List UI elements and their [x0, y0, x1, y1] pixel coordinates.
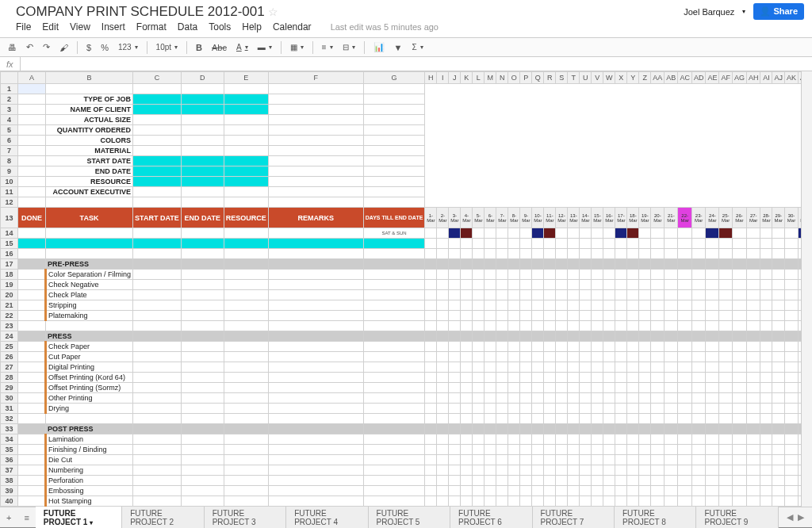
redo-icon[interactable]: ↷ [40, 40, 53, 54]
col-header[interactable]: B [46, 72, 133, 84]
insert-chart-icon[interactable]: 📊 [370, 40, 388, 54]
col-header[interactable]: S [556, 72, 568, 84]
row-header[interactable]: 32 [1, 414, 18, 424]
col-header[interactable]: AJ [772, 72, 785, 84]
menu-calendar[interactable]: Calendar [273, 21, 312, 33]
col-header[interactable]: P [520, 72, 532, 84]
row-header[interactable]: 15 [1, 239, 18, 249]
row-header[interactable]: 10 [1, 177, 18, 187]
sheet-tab[interactable]: FUTURE PROJECT 5 [369, 506, 450, 529]
col-header[interactable]: E [224, 72, 268, 84]
col-header[interactable]: AK [784, 72, 798, 84]
star-icon[interactable]: ☆ [268, 6, 278, 18]
menu-file[interactable]: File [16, 21, 31, 33]
sheet-tab[interactable]: FUTURE PROJECT 8 [615, 506, 696, 529]
col-header[interactable]: L [473, 72, 485, 84]
menu-view[interactable]: View [70, 21, 90, 33]
row-header[interactable]: 2 [1, 94, 18, 105]
share-button[interactable]: Share [753, 3, 804, 20]
col-header[interactable]: N [496, 72, 508, 84]
wrap-button[interactable]: ⊟ [339, 42, 358, 52]
col-header[interactable]: AE [706, 72, 719, 84]
row-header[interactable]: 8 [1, 156, 18, 166]
row-header[interactable]: 4 [1, 115, 18, 125]
document-title[interactable]: COMPANY PRINT SCHEDULE 2012-001☆ [16, 4, 278, 20]
paint-format-icon[interactable]: 🖌 [56, 41, 71, 54]
col-header[interactable]: G [363, 72, 425, 84]
col-header[interactable]: AG [732, 72, 746, 84]
print-icon[interactable]: 🖶 [5, 41, 20, 54]
menu-data[interactable]: Data [178, 21, 197, 33]
col-header[interactable]: AH [746, 72, 760, 84]
col-header[interactable]: Y [627, 72, 639, 84]
menu-insert[interactable]: Insert [102, 21, 125, 33]
row-header[interactable]: 3 [1, 105, 18, 115]
row-header[interactable]: 6 [1, 136, 18, 146]
col-header[interactable]: V [592, 72, 603, 84]
sheet-tab[interactable]: FUTURE PROJECT 1 [36, 506, 122, 529]
menu-format[interactable]: Format [136, 21, 167, 33]
col-header[interactable]: X [615, 72, 627, 84]
row-header[interactable]: 7 [1, 146, 18, 156]
row-header[interactable]: 11 [1, 187, 18, 197]
col-header[interactable]: M [485, 72, 496, 84]
row-header[interactable]: 9 [1, 166, 18, 177]
menu-help[interactable]: Help [242, 21, 262, 33]
sheet-tab[interactable]: FUTURE PROJECT 2 [122, 506, 204, 529]
all-sheets-button[interactable]: ≡ [17, 513, 35, 522]
functions-button[interactable]: Σ [408, 42, 426, 52]
sheet-tab[interactable]: FUTURE PROJECT 9 [696, 506, 778, 529]
bold-button[interactable]: B [193, 41, 205, 54]
row-header[interactable]: 23 [1, 321, 18, 331]
currency-button[interactable]: $ [83, 41, 94, 54]
undo-icon[interactable]: ↶ [23, 40, 36, 54]
borders-button[interactable]: ▦ [287, 42, 307, 52]
filter-icon[interactable]: ▼ [391, 41, 406, 54]
text-color-button[interactable]: A [233, 42, 251, 52]
col-header[interactable]: Q [532, 72, 544, 84]
col-header[interactable]: AA [651, 72, 665, 84]
sheet-tab[interactable]: FUTURE PROJECT 6 [450, 506, 532, 529]
col-header[interactable]: H [425, 72, 437, 84]
col-header[interactable]: AF [719, 72, 733, 84]
sheet-tab[interactable]: FUTURE PROJECT 4 [286, 506, 368, 529]
tab-scroll-right[interactable]: ▶ [798, 512, 804, 522]
formula-input[interactable] [21, 59, 812, 69]
vertical-scrollbar[interactable] [801, 71, 812, 507]
font-size-select[interactable]: 10pt [153, 42, 181, 52]
align-button[interactable]: ≡ [319, 42, 336, 52]
col-header[interactable]: R [544, 72, 556, 84]
spreadsheet-grid[interactable]: ABCDEFGHIJKLMNOPQRSTUVWXYZAAABACADAEAFAG… [0, 71, 801, 507]
col-header[interactable]: O [508, 72, 520, 84]
col-header[interactable]: AC [678, 72, 692, 84]
row-header[interactable]: 1 [1, 84, 18, 94]
row-header[interactable]: 12 [1, 197, 18, 208]
col-header[interactable]: C [133, 72, 182, 84]
add-sheet-button[interactable]: + [0, 513, 17, 522]
col-header[interactable]: D [181, 72, 224, 84]
col-header[interactable]: W [603, 72, 615, 84]
col-header[interactable]: T [568, 72, 580, 84]
col-header[interactable]: AI [760, 72, 772, 84]
col-header[interactable]: F [268, 72, 363, 84]
col-header[interactable]: AL [799, 72, 802, 84]
row-header[interactable]: 16 [1, 249, 18, 259]
fill-color-button[interactable]: ▬ [255, 42, 275, 52]
user-name[interactable]: Joel Barquez [684, 7, 734, 17]
col-header[interactable]: J [449, 72, 461, 84]
tab-scroll-left[interactable]: ◀ [787, 512, 793, 522]
sheet-tab[interactable]: FUTURE PROJECT 3 [205, 506, 286, 529]
user-menu-caret[interactable]: ▾ [742, 8, 745, 15]
row-header[interactable]: 5 [1, 125, 18, 136]
col-header[interactable]: Z [639, 72, 651, 84]
number-format-select[interactable]: 123 [115, 42, 141, 52]
col-header[interactable]: A [18, 72, 46, 84]
col-header[interactable]: K [461, 72, 473, 84]
strike-button[interactable]: Abc [209, 41, 230, 54]
col-header[interactable]: AD [691, 72, 706, 84]
percent-button[interactable]: % [98, 41, 112, 54]
menu-tools[interactable]: Tools [209, 21, 231, 33]
sheet-tab[interactable]: FUTURE PROJECT 7 [533, 506, 615, 529]
menu-edit[interactable]: Edit [42, 21, 59, 33]
col-header[interactable]: U [580, 72, 592, 84]
